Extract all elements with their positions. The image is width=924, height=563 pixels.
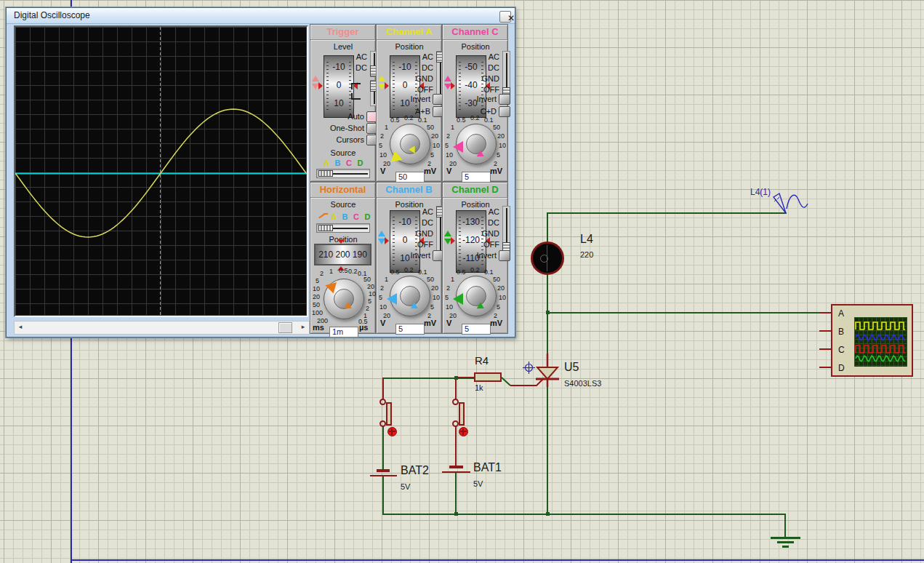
- up-arrow-icon: [378, 231, 385, 236]
- up-arrow-icon: [444, 231, 451, 236]
- knob-scale-label: 10: [499, 294, 506, 301]
- panel-title-channelA: Channel A: [377, 25, 441, 40]
- switch-actuator[interactable]: [387, 427, 397, 436]
- oscilloscope-block[interactable]: A B C D: [831, 304, 913, 377]
- channelD-scale-knob[interactable]: 0.50.20.1125102050201052VmV5: [444, 270, 507, 335]
- knob-scale-label: 0.5: [457, 116, 466, 124]
- ground-symbol[interactable]: [771, 537, 800, 539]
- coupling-label-gnd: GND: [401, 74, 433, 83]
- knob-pointer-icon: [453, 293, 463, 305]
- scroll-right-icon[interactable]: ▸: [298, 322, 308, 332]
- horizontal-position-dial[interactable]: 210 200 190: [314, 244, 371, 265]
- channelC-scale-knob[interactable]: 0.50.20.1125102050201052VmV5: [444, 118, 507, 183]
- battery-BAT2-plate[interactable]: [377, 469, 390, 472]
- battery-BAT1-plate[interactable]: [449, 466, 463, 468]
- junction-dot: [454, 376, 458, 380]
- probe-label: L4(1): [750, 187, 771, 197]
- thyristor-U5[interactable]: [535, 354, 560, 388]
- resistor-R4[interactable]: [474, 372, 502, 382]
- channelC-scale-value[interactable]: 5: [462, 172, 491, 183]
- trigger-source-slider[interactable]: [316, 169, 370, 178]
- wire[interactable]: [382, 426, 384, 469]
- channelD-scale-value[interactable]: 5: [462, 324, 491, 335]
- horizontal-source-slider[interactable]: [316, 223, 370, 233]
- source-channel-a[interactable]: A: [331, 212, 337, 221]
- c+d-button[interactable]: [499, 106, 510, 117]
- switch-actuator[interactable]: [459, 427, 468, 436]
- dial-marker-icon: [318, 82, 323, 89]
- coupling-slider[interactable]: [502, 51, 510, 99]
- wire[interactable]: [784, 514, 786, 538]
- channelB-scale-value[interactable]: 5: [395, 324, 425, 335]
- knob-scale-label: 0.5: [457, 268, 466, 276]
- scroll-thumb[interactable]: [278, 322, 292, 333]
- wire[interactable]: [547, 273, 548, 358]
- rising-edge-icon: [351, 83, 361, 89]
- dial-marker-icon: [385, 82, 389, 89]
- knob-scale-label: 2: [446, 284, 450, 292]
- knob-scale-label: 20: [431, 132, 438, 140]
- coupling-label-ac: AC: [467, 52, 499, 61]
- knob-scale-label: 0.5: [390, 116, 400, 124]
- wire[interactable]: [455, 473, 457, 514]
- position-label: Position: [384, 42, 435, 51]
- source-channel-d[interactable]: D: [365, 212, 371, 221]
- channelA-scale-knob[interactable]: 0.50.20.1125102050201052VmV50: [378, 118, 441, 183]
- wire[interactable]: [455, 426, 457, 466]
- horizontal-source-slider-thumb[interactable]: [318, 225, 333, 231]
- pin-stub-a: [819, 312, 831, 314]
- wire[interactable]: [382, 514, 786, 515]
- battery-BAT2-plate[interactable]: [370, 475, 397, 476]
- scroll-left-icon[interactable]: ◂: [15, 322, 25, 332]
- knob-scale-label: 5: [445, 294, 449, 301]
- coupling-slider[interactable]: [502, 206, 510, 254]
- knob-scale-label: 2: [366, 305, 369, 312]
- horizontal-scale-knob[interactable]: 210.50.20.151020501002005020105210.5msµs…: [312, 273, 374, 338]
- invert-label: Invert: [449, 251, 497, 260]
- wire[interactable]: [547, 312, 819, 314]
- wire[interactable]: [547, 384, 548, 515]
- wire[interactable]: [382, 476, 384, 514]
- channelB-scale-knob[interactable]: 0.50.20.1125102050201052VmV5: [378, 270, 441, 335]
- pin-stub-d: [819, 367, 831, 368]
- up-arrow-icon: [312, 76, 319, 81]
- source-channel-a[interactable]: A: [324, 159, 329, 167]
- switch-contact[interactable]: [452, 420, 459, 427]
- junction-dot: [546, 311, 550, 314]
- wire[interactable]: [547, 212, 548, 243]
- channelA-scale-value[interactable]: 50: [395, 172, 425, 183]
- lamp-value: 220: [580, 250, 593, 259]
- window-titlebar[interactable]: Digital Oscilloscope ✕: [7, 8, 515, 24]
- close-button[interactable]: ✕: [499, 11, 511, 23]
- wire[interactable]: [382, 378, 384, 400]
- knob-scale-label: 20: [497, 132, 505, 140]
- knob-scale-label: 50: [363, 276, 371, 283]
- switch-button[interactable]: [459, 402, 465, 426]
- ramp-icon-flat: [324, 213, 328, 215]
- switch-button[interactable]: [386, 402, 392, 426]
- source-channel-c[interactable]: C: [346, 159, 352, 167]
- source-channel-d[interactable]: D: [358, 159, 363, 167]
- coupling-label-dc: DC: [467, 218, 499, 227]
- lamp-L4[interactable]: [531, 241, 564, 275]
- horizontal-scale-value[interactable]: 1m: [329, 327, 358, 338]
- scope-horizontal-scrollbar[interactable]: ◂ ▸: [14, 321, 310, 335]
- knob-scale-label: 10: [446, 151, 453, 159]
- wire[interactable]: [455, 378, 457, 400]
- knob-scale-label: 0.1: [418, 268, 427, 276]
- source-label: Source: [318, 148, 369, 157]
- schematic-canvas: L4 220 R4 1k U5 S4003LS3 BAT2 5V BAT1 5V…: [0, 0, 924, 563]
- invert-button[interactable]: [499, 250, 510, 261]
- switch-contact[interactable]: [452, 399, 459, 405]
- thyristor-value: S4003LS3: [564, 379, 601, 388]
- window-title: Digital Oscilloscope: [14, 10, 90, 20]
- knob-scale-label: 10: [433, 294, 440, 301]
- trigger-source-slider-thumb[interactable]: [318, 170, 333, 177]
- switch-contact[interactable]: [379, 399, 386, 405]
- switch-contact[interactable]: [379, 420, 386, 427]
- source-channel-b[interactable]: B: [335, 159, 341, 167]
- source-channel-b[interactable]: B: [342, 212, 348, 221]
- source-channel-c[interactable]: C: [353, 212, 359, 221]
- invert-button[interactable]: [499, 94, 510, 105]
- battery-BAT1-plate[interactable]: [442, 471, 470, 473]
